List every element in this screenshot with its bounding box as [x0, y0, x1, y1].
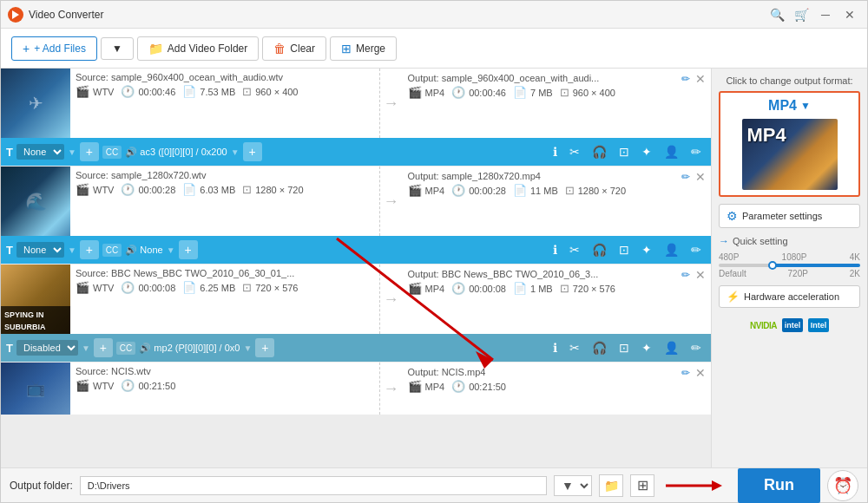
edit-icon-4[interactable]: ✏ [681, 367, 690, 379]
scissors-icon-3[interactable]: ✂ [565, 339, 584, 356]
output-col-4: Output: NCIS.mp4 ✏ ✕ 🎬MP4 🕐00:21:50 [403, 363, 712, 415]
info-icon-2[interactable]: ℹ [549, 241, 562, 258]
output-col-3: Output: BBC News_BBC TWO_2010_06_3... ✏ … [403, 265, 712, 334]
minimize-button[interactable]: ─ [815, 6, 836, 23]
slider-thumb[interactable] [768, 261, 777, 270]
search-button[interactable]: 🔍 [766, 6, 787, 23]
param-settings-button[interactable]: ⚙ Parameter settings [719, 204, 860, 228]
close-button[interactable]: ✕ [839, 6, 860, 23]
close-icon-3[interactable]: ✕ [695, 268, 706, 282]
add-folder-dropdown[interactable]: ▼ [101, 37, 134, 60]
merge-label: Merge [356, 42, 385, 55]
scissors-icon-2[interactable]: ✂ [565, 241, 584, 258]
file-item: ✈ Source: sample_960x400_ocean_with_audi… [1, 69, 711, 166]
edit-track-icon-1[interactable]: ✏ [687, 143, 706, 160]
fl3: 📄 [182, 281, 196, 294]
file-list-panel[interactable]: ✈ Source: sample_960x400_ocean_with_audi… [1, 69, 711, 467]
cart-button[interactable]: 🛒 [791, 6, 812, 23]
fmt3: 🎬 [76, 281, 89, 294]
edit-track-icon-3[interactable]: ✏ [687, 339, 706, 356]
source-path-2: Source: sample_1280x720.wtv [76, 170, 374, 180]
format-mp4-overlay: MP4 [747, 124, 786, 147]
headphone-icon-3[interactable]: 🎧 [588, 339, 611, 356]
clk3: 🕐 [121, 281, 135, 294]
format-selector[interactable]: MP4 ▼ MP4 [719, 91, 860, 197]
track-type-select-2[interactable]: None [16, 242, 64, 258]
track-add-1[interactable]: + [80, 142, 99, 161]
bottom-bar: Output folder: ▼ 📁 ⊞ Run ⏰ [1, 467, 867, 502]
cc-icon-2[interactable]: CC [102, 244, 122, 257]
file-item-2: 🌊 Source: sample_1280x720.wtv 🎬WTV 🕐00:0… [1, 167, 711, 264]
headphone-icon-1[interactable]: 🎧 [588, 143, 611, 160]
fl-o2: 📄 [513, 184, 527, 197]
quality-labels-top: 480P 1080P 4K [719, 252, 860, 262]
hw-accel-button[interactable]: ⚡ Hardware acceleration [719, 285, 860, 308]
crop-icon-1[interactable]: ⊡ [615, 143, 634, 160]
title-bar: Video Converter 🔍 🛒 ─ ✕ [1, 1, 867, 29]
fl-o3: 📄 [513, 282, 527, 295]
alarm-button[interactable]: ⏰ [827, 470, 858, 501]
app-icon [8, 7, 23, 23]
bottom-icon-1[interactable]: ⊞ [630, 474, 654, 497]
person-icon-2[interactable]: 👤 [660, 241, 683, 258]
edit-icon-1[interactable]: ✏ [681, 73, 690, 85]
quick-setting-label: → Quick setting [719, 235, 860, 247]
arrow-4: → [380, 363, 403, 415]
track-type-select-3[interactable]: Disabled [16, 340, 78, 356]
source-col-2: Source: sample_1280x720.wtv 🎬WTV 🕐00:00:… [70, 167, 380, 236]
rs3: ⊡ [242, 281, 252, 294]
path-dropdown[interactable]: ▼ [554, 475, 592, 496]
magic-icon-2[interactable]: ✦ [637, 241, 656, 258]
rs-o3: ⊡ [560, 282, 569, 295]
clock-icon: 🕐 [121, 85, 135, 98]
format-thumbnail: MP4 [742, 119, 838, 190]
browse-button[interactable]: 📁 [599, 474, 623, 497]
add-files-button[interactable]: + + Add Files [11, 36, 97, 61]
scissors-icon-1[interactable]: ✂ [565, 143, 584, 160]
quality-slider[interactable] [719, 264, 860, 267]
output-path-input[interactable] [80, 476, 547, 495]
edit-track-icon-2[interactable]: ✏ [687, 241, 706, 258]
info-icon-3[interactable]: ℹ [549, 339, 562, 356]
add-video-folder-button[interactable]: 📁 Add Video Folder [137, 36, 260, 61]
crop-icon-2[interactable]: ⊡ [615, 241, 634, 258]
cc-icon-3[interactable]: CC [116, 342, 135, 355]
thumbnail-2: 🌊 [1, 167, 70, 236]
track-add-audio-3[interactable]: + [255, 338, 274, 357]
edit-icon-3[interactable]: ✏ [681, 269, 690, 281]
arrow-2: → [380, 167, 403, 236]
lightning-icon: → [719, 235, 729, 247]
track-add-3[interactable]: + [94, 338, 113, 357]
crop-icon-3[interactable]: ⊡ [615, 339, 634, 356]
track-type-select-1[interactable]: None [16, 144, 64, 160]
close-icon-1[interactable]: ✕ [695, 72, 706, 86]
clear-label: Clear [290, 42, 315, 55]
close-icon-4[interactable]: ✕ [695, 366, 706, 380]
file-item-3: SPYING IN SUBURBIA Source: BBC News_BBC … [1, 265, 711, 362]
intel-logo-2: Intel [808, 318, 829, 332]
track-add-audio-2[interactable]: + [179, 240, 198, 259]
clear-button[interactable]: 🗑 Clear [262, 36, 326, 61]
run-button[interactable]: Run [738, 468, 820, 503]
person-icon-3[interactable]: 👤 [660, 339, 683, 356]
info-icon-1[interactable]: ℹ [549, 143, 562, 160]
person-icon-1[interactable]: 👤 [660, 143, 683, 160]
cc-icon-1[interactable]: CC [102, 146, 122, 159]
source-col-4: Source: NCIS.wtv 🎬WTV 🕐00:21:50 [70, 363, 380, 415]
output-col-1: Output: sample_960x400_ocean_with_audi..… [403, 69, 712, 138]
res-icon: ⊡ [242, 85, 252, 98]
fmt4: 🎬 [76, 379, 89, 392]
headphone-icon-2[interactable]: 🎧 [588, 241, 611, 258]
magic-icon-3[interactable]: ✦ [637, 339, 656, 356]
file-item-4: 📺 Source: NCIS.wtv 🎬WTV 🕐00:21:50 [1, 363, 711, 415]
merge-button[interactable]: ⊞ Merge [330, 36, 397, 61]
fmt2: 🎬 [76, 183, 89, 196]
track-bar-2: T None ▼ + CC 🔊 None ▼ + ℹ ✂ 🎧 ⊡ ✦ [1, 236, 711, 264]
magic-icon-1[interactable]: ✦ [637, 143, 656, 160]
close-icon-2[interactable]: ✕ [695, 170, 706, 184]
rs-o2: ⊡ [565, 184, 575, 197]
edit-icon-2[interactable]: ✏ [681, 171, 690, 183]
merge-icon: ⊞ [341, 42, 352, 56]
track-add-2[interactable]: + [80, 240, 99, 259]
track-add-audio-1[interactable]: + [243, 142, 262, 161]
